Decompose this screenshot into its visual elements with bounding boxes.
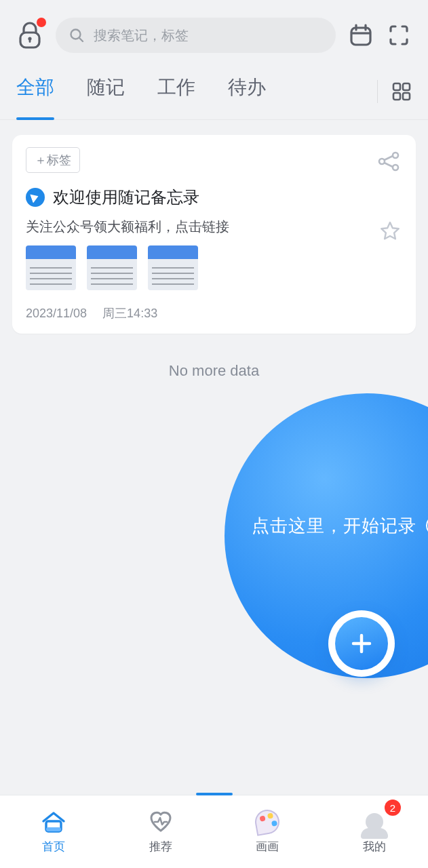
svg-point-10 [393, 153, 398, 158]
search-input[interactable] [94, 28, 322, 43]
nav-label: 我的 [363, 839, 386, 854]
top-bar [0, 0, 428, 62]
note-date: 2023/11/08 [26, 307, 87, 320]
svg-point-9 [379, 159, 385, 164]
tab-notes[interactable]: 随记 [87, 75, 125, 108]
note-desc: 关注公众号领大额福利，点击链接 [26, 218, 402, 236]
palette-icon [254, 808, 282, 836]
note-thumbnails [26, 245, 402, 290]
add-note-fab[interactable] [328, 610, 395, 677]
home-icon [41, 810, 66, 833]
share-button[interactable] [378, 151, 401, 172]
no-more-text: No more data [12, 362, 416, 380]
lock-button[interactable] [16, 20, 43, 50]
add-tag-chip[interactable]: ＋标签 [26, 147, 80, 173]
nav-badge: 2 [385, 800, 401, 816]
nav-label: 画画 [256, 839, 279, 854]
svg-rect-13 [46, 827, 61, 831]
nav-recommend[interactable]: 推荐 [107, 795, 214, 868]
nav-label: 推荐 [149, 839, 172, 854]
scan-icon [386, 22, 412, 48]
note-weektime: 周三14:33 [102, 307, 157, 320]
note-timestamp: 2023/11/08 周三14:33 [26, 305, 402, 321]
tab-all[interactable]: 全部 [16, 75, 54, 108]
thumbnail[interactable] [87, 245, 137, 290]
search-icon [69, 28, 84, 43]
calendar-button[interactable] [348, 22, 374, 48]
tabs-divider [377, 80, 378, 103]
scan-button[interactable] [386, 22, 412, 48]
svg-rect-6 [403, 83, 410, 90]
grid-icon [391, 81, 412, 102]
svg-rect-8 [403, 93, 410, 100]
svg-rect-5 [393, 83, 400, 90]
bottom-nav: 首页 推荐 画画 我的 2 [0, 795, 428, 868]
cta-text: 点击这里，开始记录 [252, 514, 416, 538]
svg-point-11 [393, 165, 398, 170]
tab-todo[interactable]: 待办 [228, 75, 266, 108]
note-card[interactable]: ＋标签 欢迎使用随记备忘录 关注公众号领大额福利，点击链接 20 [12, 135, 416, 334]
nav-home[interactable]: 首页 [0, 795, 107, 868]
note-feed: ＋标签 欢迎使用随记备忘录 关注公众号领大额福利，点击链接 20 [0, 120, 428, 395]
svg-rect-4 [351, 28, 370, 45]
category-tabs: 全部 随记 工作 待办 [0, 62, 428, 120]
svg-rect-2 [29, 39, 31, 43]
note-title: 欢迎使用随记备忘录 [53, 186, 199, 208]
share-icon [378, 151, 401, 172]
app-logo-icon [26, 188, 45, 207]
cta-bubble[interactable]: 点击这里，开始记录 [225, 393, 428, 678]
star-icon [379, 220, 401, 242]
calendar-icon [348, 22, 374, 48]
thumbnail[interactable] [148, 245, 198, 290]
nav-label: 首页 [42, 839, 65, 854]
favorite-button[interactable] [379, 220, 401, 242]
grid-view-button[interactable] [391, 81, 412, 102]
avatar-icon [366, 813, 383, 831]
thumbnail[interactable] [26, 245, 76, 290]
notification-dot [37, 18, 46, 27]
plus-icon [348, 630, 375, 657]
svg-rect-7 [393, 93, 400, 100]
nav-draw[interactable]: 画画 [214, 795, 322, 868]
tab-work[interactable]: 工作 [157, 75, 195, 108]
note-title-row: 欢迎使用随记备忘录 [26, 186, 402, 208]
heartbeat-icon [148, 810, 174, 833]
search-field[interactable] [56, 18, 336, 53]
nav-profile[interactable]: 我的 2 [321, 795, 428, 868]
